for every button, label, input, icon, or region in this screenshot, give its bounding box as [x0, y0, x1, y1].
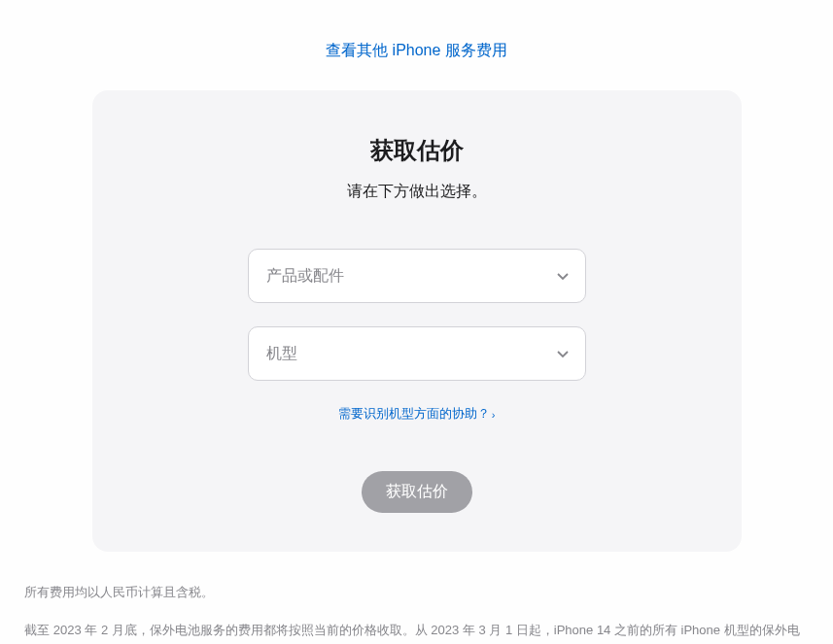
other-services-link[interactable]: 查看其他 iPhone 服务费用 — [326, 42, 507, 58]
disclaimer-line2: 截至 2023 年 2 月底，保外电池服务的费用都将按照当前的价格收取。从 20… — [24, 619, 809, 644]
estimate-card: 获取估价 请在下方做出选择。 产品或配件 机型 — [92, 90, 742, 552]
chevron-down-icon — [556, 269, 570, 283]
product-select[interactable]: 产品或配件 — [248, 249, 586, 303]
product-select-wrapper: 产品或配件 — [248, 249, 586, 303]
chevron-right-icon: › — [492, 409, 496, 421]
model-select-placeholder: 机型 — [266, 344, 297, 364]
card-title: 获取估价 — [121, 135, 712, 166]
identify-model-help-link[interactable]: 需要识别机型方面的协助？› — [338, 406, 496, 421]
model-select-wrapper: 机型 — [248, 326, 586, 381]
help-link-wrapper: 需要识别机型方面的协助？› — [121, 404, 712, 423]
card-subtitle: 请在下方做出选择。 — [121, 182, 712, 202]
model-select[interactable]: 机型 — [248, 326, 586, 381]
chevron-down-icon — [556, 347, 570, 360]
disclaimer-line2-part1: 截至 2023 年 2 月底，保外电池服务的费用都将按照当前的价格收取。从 20… — [24, 623, 800, 644]
disclaimer-section: 所有费用均以人民币计算且含税。 截至 2023 年 2 月底，保外电池服务的费用… — [17, 581, 816, 644]
disclaimer-line1: 所有费用均以人民币计算且含税。 — [24, 581, 809, 605]
product-select-placeholder: 产品或配件 — [266, 266, 344, 287]
help-link-text: 需要识别机型方面的协助？ — [338, 406, 490, 421]
top-link-wrapper: 查看其他 iPhone 服务费用 — [0, 0, 833, 90]
get-estimate-button[interactable]: 获取估价 — [362, 471, 472, 513]
